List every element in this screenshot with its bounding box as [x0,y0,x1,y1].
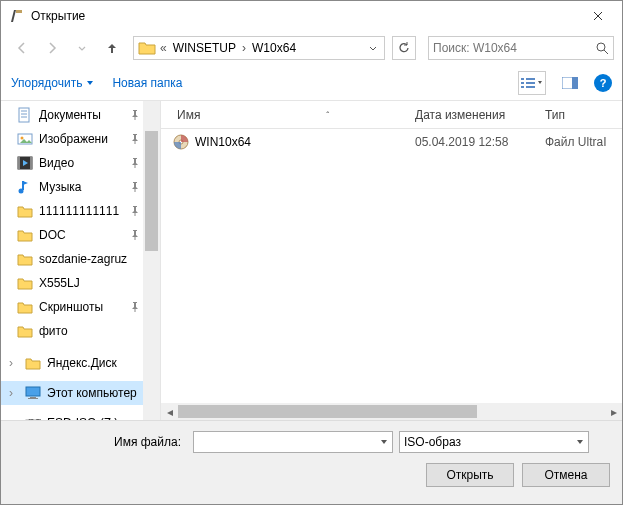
column-header-date[interactable]: Дата изменения [415,108,545,122]
help-button[interactable]: ? [594,74,612,92]
cancel-button[interactable]: Отмена [522,463,610,487]
sidebar-item[interactable]: sozdanie-zagruz [1,247,160,271]
body: ДокументыИзображениВидеоМузыка1111111111… [1,101,622,420]
sidebar-item[interactable]: X555LJ [1,271,160,295]
svg-rect-3 [521,78,524,80]
svg-rect-5 [521,82,524,84]
chevron-down-icon [537,80,543,86]
organize-menu[interactable]: Упорядочить [11,76,94,90]
forward-button[interactable] [39,35,65,61]
breadcrumb-dropdown[interactable] [364,37,382,59]
breadcrumb-prefix: « [158,41,169,55]
file-list-pane: Имя ˆ Дата изменения Тип WIN10x6405.04.2… [161,101,622,420]
svg-rect-20 [18,157,20,169]
filetype-select[interactable]: ISO-образ [399,431,589,453]
view-mode-button[interactable] [518,71,546,95]
sidebar-item[interactable]: Изображени [1,127,160,151]
chevron-down-icon[interactable] [576,438,584,446]
sidebar-item-label: Видео [39,156,74,170]
sort-indicator-icon: ˆ [326,110,329,120]
sidebar-root-item[interactable]: ›Яндекс.Диск [1,351,160,375]
preview-pane-icon [562,77,578,89]
sidebar-item-label: Скриншоты [39,300,103,314]
breadcrumb-segment[interactable]: W10x64 [248,37,300,59]
svg-rect-30 [28,398,38,399]
svg-rect-8 [526,86,535,88]
svg-rect-6 [526,82,535,84]
sidebar-item-label: sozdanie-zagruz [39,252,127,266]
breadcrumb-bar[interactable]: « WINSETUP › W10x64 [133,36,385,60]
svg-rect-7 [521,86,524,88]
up-button[interactable] [99,35,125,61]
scroll-right-icon[interactable]: ▸ [605,403,622,420]
chevron-down-icon[interactable] [380,438,388,446]
search-icon [596,42,609,55]
svg-text:pq: pq [28,415,41,420]
breadcrumb-segment[interactable]: WINSETUP [169,37,240,59]
recent-dropdown[interactable] [69,35,95,61]
file-row[interactable]: WIN10x6405.04.2019 12:58Файл UltraI [161,129,622,155]
open-button[interactable]: Открыть [426,463,514,487]
sidebar-item-label: ESD-ISO (Z:) [47,416,118,420]
toolbar: Упорядочить Новая папка ? [1,65,622,101]
svg-rect-21 [30,157,32,169]
sidebar-item-label: Документы [39,108,101,122]
sidebar-item-label: DOC [39,228,66,242]
search-input[interactable]: Поиск: W10x64 [428,36,614,60]
pin-icon [130,158,140,168]
sidebar-root-item[interactable]: pqESD-ISO (Z:) [1,411,160,420]
svg-point-1 [597,43,605,51]
sidebar-item-label: Изображени [39,132,108,146]
new-folder-button[interactable]: Новая папка [112,76,182,90]
sidebar-item[interactable]: Документы [1,103,160,127]
iso-file-icon [173,134,189,150]
svg-rect-11 [19,108,29,122]
scroll-left-icon[interactable]: ◂ [161,403,178,420]
title-bar: Открытие [1,1,622,31]
pin-icon [130,230,140,240]
sidebar-item[interactable]: DOC [1,223,160,247]
refresh-button[interactable] [392,36,416,60]
sidebar-item[interactable]: 111111111111 [1,199,160,223]
search-placeholder: Поиск: W10x64 [433,41,517,55]
sidebar-scrollbar[interactable] [143,101,160,420]
svg-rect-28 [26,387,40,396]
footer: Имя файла: ISO-образ Открыть Отмена [1,420,622,505]
sidebar-root-item[interactable]: ›Этот компьютер [1,381,160,405]
pin-icon [130,206,140,216]
svg-rect-29 [30,397,36,398]
svg-rect-4 [526,78,535,80]
sidebar-item[interactable]: Музыка [1,175,160,199]
column-header-type[interactable]: Тип [545,108,622,122]
pin-icon [130,110,140,120]
filename-input[interactable] [193,431,393,453]
list-view-icon [521,77,535,89]
expand-icon[interactable]: › [9,386,19,400]
svg-rect-10 [572,77,578,89]
sidebar-item-label: Музыка [39,180,81,194]
navigation-tree: ДокументыИзображениВидеоМузыка1111111111… [1,101,161,420]
pin-icon [130,182,140,192]
horizontal-scrollbar[interactable]: ◂ ▸ [161,403,622,420]
chevron-right-icon: › [240,41,248,55]
file-date: 05.04.2019 12:58 [415,135,545,149]
file-name: WIN10x64 [195,135,251,149]
filename-label: Имя файла: [13,435,187,449]
column-header-name[interactable]: Имя ˆ [161,108,415,122]
sidebar-item-label: Этот компьютер [47,386,137,400]
sidebar-item[interactable]: Видео [1,151,160,175]
close-button[interactable] [575,1,620,31]
window-title: Открытие [31,9,575,23]
expand-icon[interactable]: › [9,356,19,370]
sidebar-item[interactable]: фито [1,319,160,343]
back-button[interactable] [9,35,35,61]
sidebar-item-label: 111111111111 [39,204,119,218]
sidebar-item[interactable]: Скриншоты [1,295,160,319]
sidebar-item-label: Яндекс.Диск [47,356,117,370]
file-type: Файл UltraI [545,135,607,149]
app-icon [9,8,25,24]
sidebar-item-label: фито [39,324,68,338]
svg-point-17 [21,137,24,140]
sidebar-item-label: X555LJ [39,276,80,290]
preview-pane-button[interactable] [556,71,584,95]
